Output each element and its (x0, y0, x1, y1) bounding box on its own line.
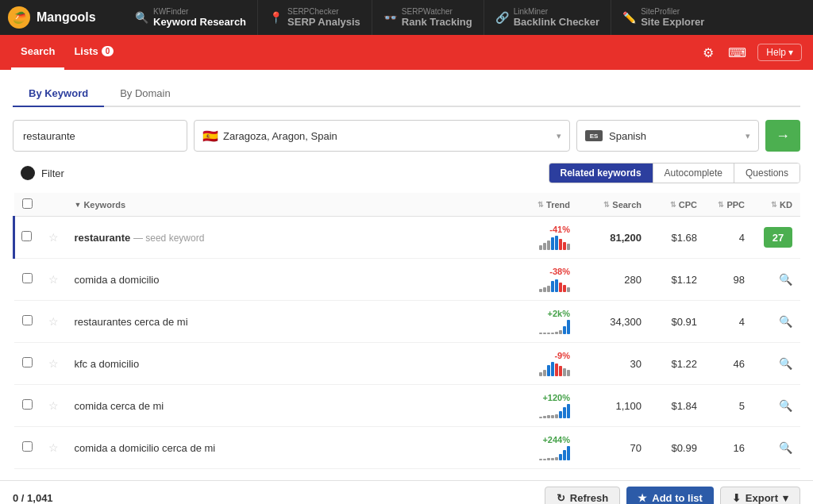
language-select[interactable]: ES Spanish ▾ (576, 120, 759, 152)
seed-search-cell: 81,200 (578, 217, 649, 259)
keyword-cell: comida a domicilio (67, 259, 484, 301)
filter-toggle[interactable]: Filter (13, 163, 72, 183)
row-checkbox[interactable] (22, 441, 33, 452)
table-row: ☆ restaurantes cerca de mi +2k% (14, 301, 801, 343)
seed-star-cell: ☆ (40, 217, 67, 259)
seed-cpc-cell: $1.68 (649, 217, 705, 259)
nav-serpwatcher-label: Rank Tracking (402, 16, 472, 28)
keyword-input[interactable] (13, 120, 187, 152)
kwfinder-icon: 🔍 (135, 11, 148, 24)
th-keywords[interactable]: ▼ Keywords (67, 193, 484, 217)
star-icon[interactable]: ☆ (48, 441, 59, 454)
tab-questions[interactable]: Questions (734, 164, 800, 183)
table-row: ☆ comida cerca de mi +120% (14, 385, 801, 427)
th-kd[interactable]: ⇅ KD (753, 193, 800, 217)
nav-item-linkminer[interactable]: 🔗 LinkMiner Backlink Checker (484, 0, 611, 35)
trend-bars (539, 446, 570, 460)
star-icon[interactable]: ☆ (48, 357, 59, 370)
settings-icon-button[interactable]: ⚙ (699, 42, 717, 63)
nav-linkminer-tool: LinkMiner (514, 7, 599, 16)
nav-item-kwfinder[interactable]: 🔍 KWFinder Keyword Research (124, 0, 258, 35)
location-select[interactable]: 🇪🇸 Zaragoza, Aragon, Spain ▾ (194, 120, 570, 152)
th-ppc[interactable]: ⇅ PPC (705, 193, 753, 217)
ppc-sort-icon: ⇅ (718, 201, 724, 209)
lists-badge: 0 (102, 46, 114, 56)
trend-cell: +2k% (483, 301, 578, 343)
seed-trend-cell: -41% (483, 217, 578, 259)
kd-search-icon[interactable]: 🔍 (779, 399, 792, 412)
help-button[interactable]: Help ▾ (757, 44, 802, 61)
nav-item-siteprofiler[interactable]: ✏️ SiteProfiler Site Explorer (611, 0, 715, 35)
th-trend[interactable]: ⇅ Trend (483, 193, 578, 217)
main-content: By Keyword By Domain 🇪🇸 Zaragoza, Aragon… (0, 70, 813, 480)
export-button[interactable]: ⬇ Export ▾ (720, 487, 800, 504)
bottom-bar: 0 / 1,041 ↻ Refresh ★ Add to list ⬇ Expo… (0, 480, 813, 504)
export-chevron-icon: ▾ (783, 492, 788, 504)
filter-label: Filter (41, 167, 64, 179)
th-cpc[interactable]: ⇅ CPC (649, 193, 705, 217)
serpwatcher-icon: 👓 (383, 11, 397, 24)
trend-bar (563, 242, 566, 250)
search-row: 🇪🇸 Zaragoza, Aragon, Spain ▾ ES Spanish … (13, 120, 800, 152)
kd-search-icon[interactable]: 🔍 (779, 357, 792, 370)
brand-name: Mangools (37, 10, 96, 25)
trend-bar (547, 240, 550, 250)
keyboard-icon-button[interactable]: ⌨ (725, 42, 749, 63)
row-checkbox[interactable] (22, 273, 33, 283)
search-sort-icon: ⇅ (603, 201, 610, 209)
sec-nav-right: ⚙ ⌨ Help ▾ (699, 42, 802, 63)
seed-ppc-cell: 4 (705, 217, 753, 259)
sec-nav-search[interactable]: Search (11, 35, 64, 70)
trend-cell: +244% (483, 427, 578, 469)
nav-item-serpchecker[interactable]: 📍 SERPChecker SERP Analysis (258, 0, 372, 35)
select-all-checkbox[interactable] (22, 198, 33, 209)
linkminer-icon: 🔗 (495, 11, 509, 24)
star-icon[interactable]: ☆ (48, 273, 59, 286)
seed-keyword-cell: restaurante — seed keyword (67, 217, 484, 259)
nav-kwfinder-label: Keyword Research (153, 16, 246, 28)
seed-checkbox[interactable] (21, 231, 32, 241)
keyword-cell: comida cerca de mi (67, 385, 484, 427)
tab-by-keyword[interactable]: By Keyword (13, 81, 104, 107)
refresh-icon: ↻ (557, 492, 565, 504)
kd-search-icon[interactable]: 🔍 (779, 273, 792, 286)
trend-cell: -9% (483, 343, 578, 385)
trend-bar (559, 239, 562, 250)
location-flag: 🇪🇸 (202, 129, 218, 144)
nav-item-serpwatcher[interactable]: 👓 SERPWatcher Rank Tracking (372, 0, 484, 35)
row-checkbox[interactable] (22, 357, 33, 367)
trend-bar (543, 243, 546, 250)
seed-keyword-text: restaurante (75, 232, 131, 244)
language-dropdown-arrow: ▾ (746, 131, 750, 141)
table-row: ☆ comida a domicilio -38% (14, 259, 801, 301)
location-text: Zaragoza, Aragon, Spain (223, 130, 337, 142)
language-text: Spanish (609, 130, 646, 142)
kd-search-icon[interactable]: 🔍 (779, 441, 792, 454)
download-icon: ⬇ (732, 492, 741, 504)
top-nav: 🥭 Mangools 🔍 KWFinder Keyword Research 📍… (0, 0, 813, 35)
trend-bar (551, 237, 554, 250)
kd-search-icon[interactable]: 🔍 (779, 315, 792, 328)
results-count: 0 / 1,041 (13, 492, 53, 504)
add-to-list-button[interactable]: ★ Add to list (626, 487, 714, 504)
row-checkbox[interactable] (22, 399, 33, 410)
nav-items: 🔍 KWFinder Keyword Research 📍 SERPChecke… (124, 0, 715, 35)
star-icon[interactable]: ☆ (48, 399, 59, 412)
seed-cpc-value: $1.68 (671, 232, 697, 244)
nav-linkminer-label: Backlink Checker (514, 16, 599, 28)
seed-star-icon[interactable]: ☆ (48, 231, 59, 244)
tab-autocomplete[interactable]: Autocomplete (653, 164, 734, 183)
nav-kwfinder-tool: KWFinder (153, 7, 246, 16)
refresh-button[interactable]: ↻ Refresh (545, 487, 620, 504)
row-checkbox[interactable] (22, 315, 33, 325)
search-button[interactable]: → (765, 120, 800, 152)
sec-nav-lists[interactable]: Lists 0 (64, 35, 123, 70)
tab-related-keywords[interactable]: Related keywords (549, 164, 653, 183)
star-icon[interactable]: ☆ (48, 315, 59, 328)
brand-logo[interactable]: 🥭 Mangools (8, 6, 111, 29)
kd-sort-icon: ⇅ (771, 201, 777, 209)
th-search[interactable]: ⇅ Search (578, 193, 649, 217)
tab-by-domain[interactable]: By Domain (104, 81, 187, 107)
trend-cell: -38% (483, 259, 578, 301)
seed-kd-cell: 27 (753, 217, 800, 259)
